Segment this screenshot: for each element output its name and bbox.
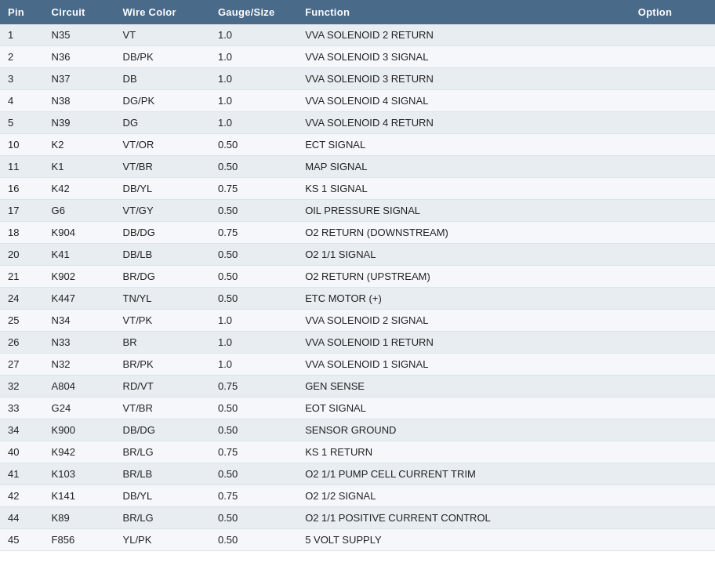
- cell-circuit: K2: [44, 134, 115, 156]
- cell-function: EOT SIGNAL: [297, 397, 630, 419]
- cell-function: VVA SOLENOID 3 SIGNAL: [297, 46, 630, 68]
- cell-wirecolor: VT/GY: [115, 200, 210, 222]
- table-body: 1N35VT1.0VVA SOLENOID 2 RETURN2N36DB/PK1…: [0, 24, 715, 551]
- cell-gauge: 0.50: [210, 156, 297, 178]
- cell-gauge: 0.50: [210, 463, 297, 485]
- cell-pin: 17: [0, 200, 44, 222]
- cell-option: [630, 354, 715, 376]
- cell-pin: 20: [0, 244, 44, 266]
- header-gauge: Gauge/Size: [210, 0, 297, 24]
- cell-circuit: A804: [44, 376, 115, 397]
- cell-function: KS 1 RETURN: [297, 441, 630, 463]
- cell-pin: 11: [0, 156, 44, 178]
- cell-option: [630, 397, 715, 419]
- cell-wirecolor: BR/DG: [115, 266, 210, 288]
- cell-option: [630, 507, 715, 529]
- table-row: 24K447TN/YL0.50ETC MOTOR (+): [0, 288, 715, 310]
- cell-gauge: 0.75: [210, 485, 297, 507]
- cell-pin: 40: [0, 441, 44, 463]
- cell-function: O2 RETURN (UPSTREAM): [297, 266, 630, 288]
- cell-function: 5 VOLT SUPPLY: [297, 529, 630, 551]
- table-header-row: PinCircuitWire ColorGauge/SizeFunctionOp…: [0, 0, 715, 24]
- cell-pin: 41: [0, 463, 44, 485]
- cell-option: [630, 134, 715, 156]
- cell-wirecolor: BR/PK: [115, 354, 210, 376]
- cell-option: [630, 463, 715, 485]
- cell-circuit: K41: [44, 244, 115, 266]
- cell-pin: 16: [0, 178, 44, 200]
- cell-gauge: 0.75: [210, 376, 297, 397]
- cell-circuit: N39: [44, 112, 115, 134]
- cell-gauge: 0.50: [210, 288, 297, 310]
- header-option: Option: [630, 0, 715, 24]
- cell-wirecolor: VT/BR: [115, 397, 210, 419]
- cell-gauge: 0.75: [210, 441, 297, 463]
- cell-function: O2 1/1 POSITIVE CURRENT CONTROL: [297, 507, 630, 529]
- cell-wirecolor: RD/VT: [115, 376, 210, 397]
- cell-gauge: 0.50: [210, 507, 297, 529]
- cell-function: KS 1 SIGNAL: [297, 178, 630, 200]
- cell-gauge: 0.50: [210, 244, 297, 266]
- table-row: 42K141DB/YL0.75O2 1/2 SIGNAL: [0, 485, 715, 507]
- table-row: 17G6VT/GY0.50OIL PRESSURE SIGNAL: [0, 200, 715, 222]
- cell-wirecolor: DB/DG: [115, 419, 210, 441]
- cell-circuit: K900: [44, 419, 115, 441]
- cell-gauge: 1.0: [210, 46, 297, 68]
- cell-pin: 34: [0, 419, 44, 441]
- cell-pin: 10: [0, 134, 44, 156]
- cell-wirecolor: DB/PK: [115, 46, 210, 68]
- cell-wirecolor: BR: [115, 332, 210, 354]
- cell-option: [630, 310, 715, 332]
- cell-pin: 24: [0, 288, 44, 310]
- cell-option: [630, 24, 715, 46]
- cell-circuit: N33: [44, 332, 115, 354]
- cell-wirecolor: BR/LB: [115, 463, 210, 485]
- cell-circuit: K902: [44, 266, 115, 288]
- cell-wirecolor: TN/YL: [115, 288, 210, 310]
- cell-gauge: 1.0: [210, 90, 297, 112]
- header-function: Function: [297, 0, 630, 24]
- cell-wirecolor: VT/OR: [115, 134, 210, 156]
- cell-circuit: K103: [44, 463, 115, 485]
- cell-option: [630, 419, 715, 441]
- cell-circuit: K141: [44, 485, 115, 507]
- cell-circuit: K904: [44, 222, 115, 244]
- connector-table: PinCircuitWire ColorGauge/SizeFunctionOp…: [0, 0, 715, 551]
- cell-wirecolor: DG/PK: [115, 90, 210, 112]
- cell-function: VVA SOLENOID 2 RETURN: [297, 24, 630, 46]
- cell-function: O2 1/2 SIGNAL: [297, 485, 630, 507]
- cell-wirecolor: YL/PK: [115, 529, 210, 551]
- table-row: 34K900DB/DG0.50SENSOR GROUND: [0, 419, 715, 441]
- table-row: 18K904DB/DG0.75O2 RETURN (DOWNSTREAM): [0, 222, 715, 244]
- table-row: 27N32BR/PK1.0VVA SOLENOID 1 SIGNAL: [0, 354, 715, 376]
- cell-circuit: K89: [44, 507, 115, 529]
- cell-pin: 32: [0, 376, 44, 397]
- cell-function: VVA SOLENOID 3 RETURN: [297, 68, 630, 90]
- cell-option: [630, 178, 715, 200]
- header-wirecolor: Wire Color: [115, 0, 210, 24]
- cell-wirecolor: DB/YL: [115, 485, 210, 507]
- cell-option: [630, 485, 715, 507]
- cell-pin: 25: [0, 310, 44, 332]
- cell-function: VVA SOLENOID 2 SIGNAL: [297, 310, 630, 332]
- cell-wirecolor: BR/LG: [115, 441, 210, 463]
- cell-gauge: 0.50: [210, 419, 297, 441]
- cell-circuit: N35: [44, 24, 115, 46]
- cell-pin: 18: [0, 222, 44, 244]
- header-circuit: Circuit: [44, 0, 115, 24]
- cell-gauge: 1.0: [210, 354, 297, 376]
- cell-wirecolor: VT: [115, 24, 210, 46]
- cell-wirecolor: VT/PK: [115, 310, 210, 332]
- table-row: 44K89BR/LG0.50O2 1/1 POSITIVE CURRENT CO…: [0, 507, 715, 529]
- cell-option: [630, 376, 715, 397]
- cell-gauge: 0.75: [210, 222, 297, 244]
- table-row: 11K1VT/BR0.50MAP SIGNAL: [0, 156, 715, 178]
- cell-function: VVA SOLENOID 4 SIGNAL: [297, 90, 630, 112]
- cell-function: VVA SOLENOID 1 RETURN: [297, 332, 630, 354]
- table-row: 32A804RD/VT0.75GEN SENSE: [0, 376, 715, 397]
- cell-option: [630, 441, 715, 463]
- cell-function: MAP SIGNAL: [297, 156, 630, 178]
- cell-gauge: 1.0: [210, 112, 297, 134]
- table-row: 40K942BR/LG0.75KS 1 RETURN: [0, 441, 715, 463]
- cell-option: [630, 529, 715, 551]
